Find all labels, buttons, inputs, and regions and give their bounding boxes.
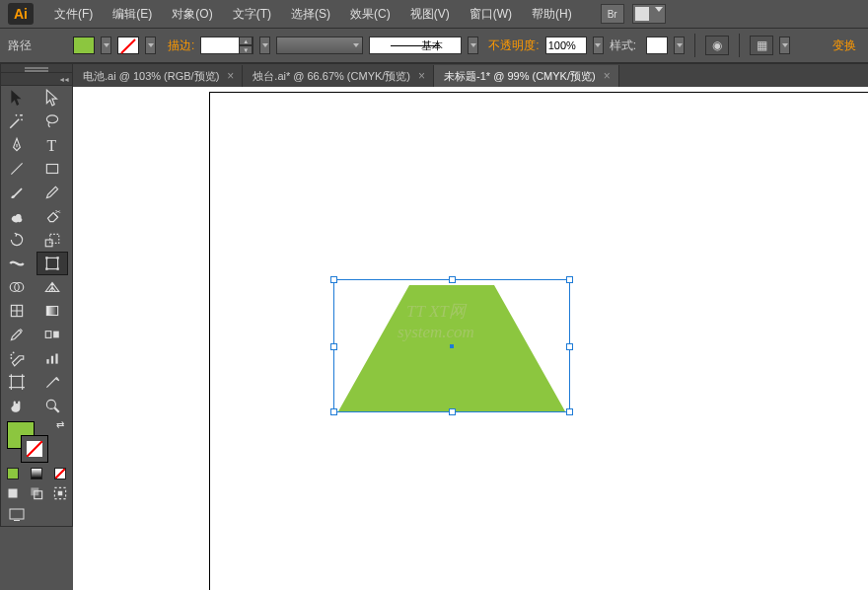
style-dropdown[interactable] bbox=[674, 37, 685, 54]
color-none-button[interactable] bbox=[48, 465, 72, 482]
variable-width-combo[interactable] bbox=[276, 37, 363, 54]
color-gradient-button[interactable] bbox=[25, 465, 48, 482]
lasso-tool[interactable] bbox=[36, 110, 68, 133]
svg-rect-10 bbox=[57, 257, 59, 258]
eraser-tool[interactable]: ✂ bbox=[36, 204, 68, 228]
menu-select[interactable]: 选择(S) bbox=[282, 3, 339, 26]
blend-tool[interactable] bbox=[36, 323, 68, 346]
svg-rect-28 bbox=[9, 489, 18, 498]
blob-brush-tool[interactable] bbox=[1, 204, 33, 228]
artboard[interactable]: TT XT网 system.com bbox=[209, 92, 868, 590]
gradient-tool[interactable] bbox=[36, 299, 68, 323]
brush-preset-combo[interactable]: 基本 bbox=[369, 37, 462, 54]
close-icon[interactable]: × bbox=[604, 69, 611, 83]
handle-bl[interactable] bbox=[330, 408, 337, 415]
selection-bbox[interactable] bbox=[333, 279, 570, 412]
tab-label: 电池.ai @ 103% (RGB/预览) bbox=[83, 69, 219, 84]
recolor-button[interactable]: ◉ bbox=[705, 36, 729, 55]
handle-bm[interactable] bbox=[449, 408, 456, 415]
doc-tab-2[interactable]: 未标题-1* @ 99% (CMYK/预览)× bbox=[434, 65, 619, 87]
opacity-dropdown[interactable] bbox=[593, 37, 604, 54]
hand-tool[interactable] bbox=[1, 394, 33, 417]
symbol-sprayer-tool[interactable] bbox=[1, 346, 33, 370]
pencil-tool[interactable] bbox=[36, 181, 68, 204]
svg-point-1 bbox=[46, 115, 57, 123]
close-icon[interactable]: × bbox=[418, 69, 425, 83]
mesh-tool[interactable] bbox=[1, 299, 33, 323]
stroke-label: 描边: bbox=[168, 37, 194, 54]
fill-swatch[interactable] bbox=[73, 37, 95, 54]
stroke-dropdown[interactable] bbox=[145, 37, 156, 54]
doc-tab-1[interactable]: 烛台.ai* @ 66.67% (CMYK/预览)× bbox=[243, 65, 434, 87]
close-icon[interactable]: × bbox=[227, 69, 234, 83]
center-point[interactable] bbox=[450, 344, 454, 348]
rectangle-tool[interactable] bbox=[36, 157, 68, 181]
svg-text:✂: ✂ bbox=[55, 208, 61, 215]
menu-help[interactable]: 帮助(H) bbox=[523, 3, 581, 26]
workspace-switcher[interactable] bbox=[632, 4, 666, 24]
collapse-button[interactable] bbox=[0, 73, 73, 86]
type-tool[interactable]: T bbox=[36, 133, 68, 157]
graph-tool[interactable] bbox=[36, 346, 68, 370]
brush-dropdown[interactable] bbox=[468, 37, 478, 54]
bridge-button[interactable]: Br bbox=[601, 4, 624, 24]
menu-object[interactable]: 对象(O) bbox=[163, 3, 221, 26]
opacity-input[interactable] bbox=[545, 37, 587, 54]
handle-br[interactable] bbox=[566, 408, 573, 415]
stroke-swatch[interactable] bbox=[117, 37, 139, 54]
brush-tool[interactable] bbox=[1, 181, 33, 204]
menu-view[interactable]: 视图(V) bbox=[401, 3, 459, 26]
stroke-weight-input[interactable]: ▲▼ bbox=[200, 37, 253, 54]
doc-tab-0[interactable]: 电池.ai @ 103% (RGB/预览)× bbox=[73, 65, 243, 87]
scale-tool[interactable] bbox=[36, 228, 68, 252]
handle-tm[interactable] bbox=[449, 276, 456, 283]
artboard-tool[interactable] bbox=[1, 370, 33, 394]
slice-tool[interactable] bbox=[36, 370, 68, 394]
pen-tool[interactable] bbox=[1, 133, 33, 157]
transform-link[interactable]: 变换 bbox=[832, 37, 856, 54]
draw-normal-button[interactable] bbox=[1, 482, 25, 504]
width-tool[interactable] bbox=[1, 252, 33, 275]
svg-rect-18 bbox=[53, 332, 59, 338]
handle-mr[interactable] bbox=[566, 343, 573, 350]
color-solid-button[interactable] bbox=[1, 465, 25, 482]
magic-wand-tool[interactable] bbox=[1, 110, 33, 133]
menu-file[interactable]: 文件(F) bbox=[45, 3, 102, 26]
direct-selection-tool[interactable] bbox=[36, 86, 68, 110]
eyedropper-tool[interactable] bbox=[1, 323, 33, 346]
opacity-label: 不透明度: bbox=[488, 37, 539, 54]
handle-tr[interactable] bbox=[566, 276, 573, 283]
free-transform-tool[interactable] bbox=[36, 252, 68, 275]
menu-window[interactable]: 窗口(W) bbox=[461, 3, 521, 26]
handle-ml[interactable] bbox=[330, 343, 337, 350]
brush-preset-label: 基本 bbox=[421, 38, 443, 53]
stroke-weight-dropdown[interactable] bbox=[259, 37, 270, 54]
perspective-tool[interactable] bbox=[36, 275, 68, 299]
panel-grip[interactable] bbox=[0, 63, 73, 73]
selection-tool[interactable] bbox=[1, 86, 33, 110]
rotate-tool[interactable] bbox=[1, 228, 33, 252]
svg-rect-25 bbox=[11, 376, 22, 387]
zoom-tool[interactable] bbox=[36, 394, 68, 417]
handle-tl[interactable] bbox=[330, 276, 337, 283]
svg-rect-8 bbox=[46, 258, 57, 268]
menu-edit[interactable]: 编辑(E) bbox=[104, 3, 161, 26]
shape-builder-tool[interactable] bbox=[1, 275, 33, 299]
svg-rect-23 bbox=[51, 356, 53, 364]
draw-inside-button[interactable] bbox=[48, 482, 72, 504]
align-button[interactable]: ▦ bbox=[750, 36, 773, 55]
menu-type[interactable]: 文字(T) bbox=[224, 3, 280, 26]
line-tool[interactable] bbox=[1, 157, 33, 181]
align-dropdown[interactable] bbox=[779, 37, 790, 54]
svg-point-21 bbox=[10, 357, 12, 359]
fill-dropdown[interactable] bbox=[101, 37, 111, 54]
swap-icon[interactable]: ⇄ bbox=[56, 419, 64, 430]
menu-effect[interactable]: 效果(C) bbox=[341, 3, 399, 26]
stroke-color-icon[interactable] bbox=[21, 435, 48, 463]
fill-stroke-control[interactable]: ⇄ bbox=[1, 417, 72, 465]
svg-rect-24 bbox=[55, 354, 57, 364]
document-area[interactable]: TT XT网 system.com bbox=[73, 87, 868, 590]
screen-mode-button[interactable] bbox=[1, 504, 72, 526]
style-swatch[interactable] bbox=[646, 37, 668, 54]
draw-behind-button[interactable] bbox=[25, 482, 48, 504]
